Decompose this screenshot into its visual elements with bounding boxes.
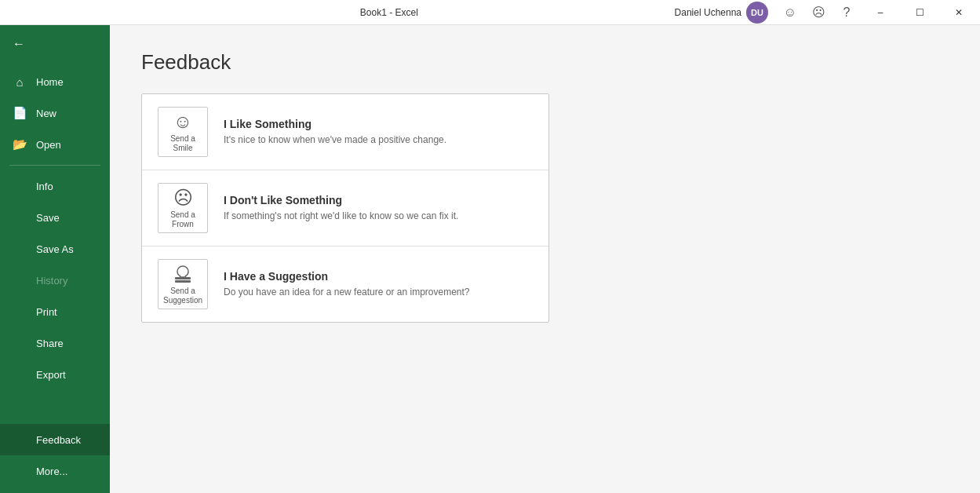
smile-text-col: I Like Something It's nice to know when …: [224, 118, 533, 147]
back-icon: ←: [13, 37, 25, 51]
maximize-button[interactable]: ☐: [902, 0, 938, 25]
content-area: Feedback ☺ Send aSmile I Like Something …: [110, 25, 980, 493]
main-layout: ← ⌂ Home 📄 New 📂 Open Info Save: [0, 25, 980, 493]
sidebar-item-share[interactable]: Share: [0, 327, 110, 359]
sidebar-label-save: Save: [36, 212, 60, 224]
sidebar-item-export[interactable]: Export: [0, 359, 110, 390]
sidebar-bottom: Feedback More...: [0, 424, 110, 493]
minimize-button[interactable]: –: [862, 0, 898, 25]
new-icon: 📄: [13, 106, 27, 120]
sidebar-item-history: History: [0, 265, 110, 296]
sidebar-label-feedback: Feedback: [36, 434, 81, 446]
close-button[interactable]: ✕: [941, 0, 977, 25]
suggestion-icon-label: Send aSuggestion: [163, 287, 202, 305]
sidebar-label-export: Export: [36, 369, 66, 381]
sidebar-item-info[interactable]: Info: [0, 170, 110, 202]
sidebar-label-history: History: [36, 275, 67, 287]
title-bar-right: Daniel Uchenna DU ☺ ☹ ? – ☐ ✕: [669, 0, 980, 25]
frown-icon-btn[interactable]: ☹: [806, 0, 831, 25]
smile-card-title: I Like Something: [224, 118, 533, 130]
open-icon: 📂: [13, 137, 27, 152]
frown-icon-label: Send aFrown: [170, 210, 195, 229]
back-button[interactable]: ←: [0, 25, 110, 63]
feedback-container: ☺ Send aSmile I Like Something It's nice…: [141, 93, 549, 323]
feedback-card-smile[interactable]: ☺ Send aSmile I Like Something It's nice…: [142, 94, 548, 170]
sidebar-item-home[interactable]: ⌂ Home: [0, 66, 110, 97]
suggestion-svg-icon: [172, 263, 194, 285]
sidebar-nav: ⌂ Home 📄 New 📂 Open Info Save: [0, 63, 110, 424]
svg-rect-1: [175, 280, 191, 283]
suggestion-card-title: I Have a Suggestion: [224, 270, 533, 283]
frown-card-desc: If something's not right we'd like to kn…: [224, 210, 533, 223]
home-icon: ⌂: [13, 75, 27, 89]
user-section: Daniel Uchenna DU: [669, 2, 774, 24]
title-bar: Book1 - Excel Daniel Uchenna DU ☺ ☹ ? – …: [0, 0, 980, 25]
sidebar-label-new: New: [36, 108, 56, 119]
sidebar-label-share: Share: [36, 338, 64, 349]
sidebar-label-home: Home: [36, 76, 64, 88]
sidebar-item-new[interactable]: 📄 New: [0, 97, 110, 129]
help-icon-btn[interactable]: ?: [834, 0, 859, 25]
suggestion-text-col: I Have a Suggestion Do you have an idea …: [224, 270, 533, 299]
sidebar-label-open: Open: [36, 139, 61, 151]
sidebar-label-save-as: Save As: [36, 243, 74, 255]
sidebar: ← ⌂ Home 📄 New 📂 Open Info Save: [0, 25, 110, 493]
sidebar-divider-1: [9, 165, 100, 166]
frown-text-col: I Don't Like Something If something's no…: [224, 194, 533, 223]
sidebar-item-feedback[interactable]: Feedback: [0, 424, 110, 455]
sidebar-item-open[interactable]: 📂 Open: [0, 129, 110, 160]
user-name: Daniel Uchenna: [675, 7, 741, 18]
smile-emoji: ☺: [173, 111, 193, 133]
frown-icon-box: ☹ Send aFrown: [158, 183, 208, 233]
smile-icon-box: ☺ Send aSmile: [158, 107, 208, 157]
sidebar-label-print: Print: [36, 306, 57, 318]
suggestion-card-desc: Do you have an idea for a new feature or…: [224, 286, 533, 299]
sidebar-item-save-as[interactable]: Save As: [0, 233, 110, 265]
feedback-card-suggestion[interactable]: Send aSuggestion I Have a Suggestion Do …: [142, 246, 548, 322]
suggestion-icon-box: Send aSuggestion: [158, 259, 208, 309]
sidebar-label-info: Info: [36, 181, 53, 192]
sidebar-label-more: More...: [36, 466, 67, 477]
feedback-card-frown[interactable]: ☹ Send aFrown I Don't Like Something If …: [142, 170, 548, 246]
smile-icon-label: Send aSmile: [170, 134, 195, 153]
sidebar-item-print[interactable]: Print: [0, 296, 110, 327]
smiley-icon-btn[interactable]: ☺: [778, 0, 803, 25]
frown-emoji: ☹: [173, 187, 193, 209]
window-title: Book1 - Excel: [110, 7, 669, 18]
avatar[interactable]: DU: [746, 2, 768, 24]
sidebar-item-save[interactable]: Save: [0, 202, 110, 233]
smile-card-desc: It's nice to know when we've made a posi…: [224, 133, 533, 147]
frown-card-title: I Don't Like Something: [224, 194, 533, 206]
page-title: Feedback: [141, 50, 949, 75]
sidebar-item-more[interactable]: More...: [0, 455, 110, 487]
